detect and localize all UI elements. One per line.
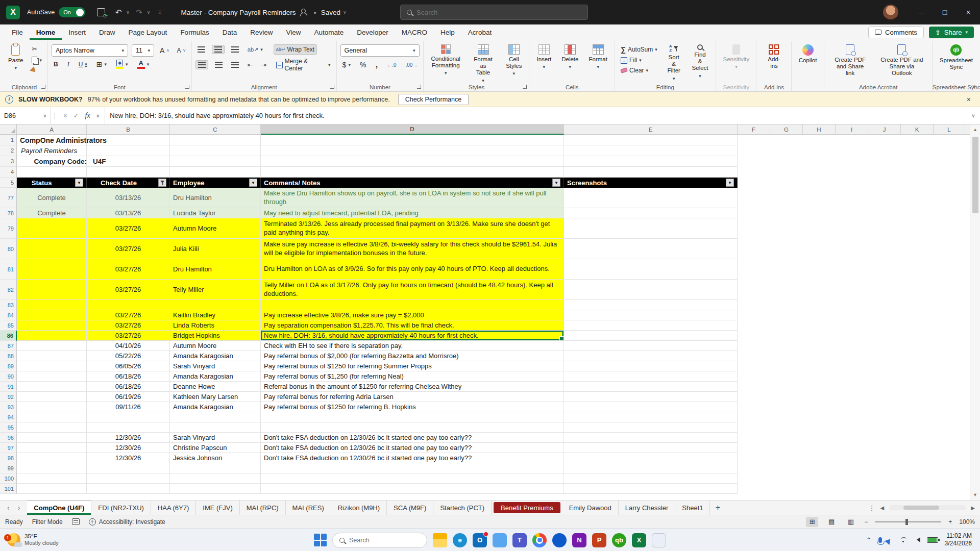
cell-screenshots[interactable] xyxy=(564,463,738,473)
cell-status[interactable] xyxy=(17,422,87,433)
sheet-tab-sheet1[interactable]: Sheet1 xyxy=(675,500,710,515)
cell-employee[interactable]: Jessica Johnson xyxy=(170,453,261,463)
row-number[interactable]: 1 xyxy=(0,135,17,145)
cell[interactable] xyxy=(17,167,87,178)
maximize-button[interactable]: □ xyxy=(933,0,957,24)
format-as-table-button[interactable]: Format as Table▾ xyxy=(467,42,499,85)
normal-view-button[interactable]: ⊞ xyxy=(806,517,818,527)
cell-screenshots[interactable] xyxy=(564,341,738,351)
row-number[interactable]: 92 xyxy=(0,392,17,402)
decrease-font-button[interactable]: A˅ xyxy=(175,46,188,55)
row-number[interactable]: 100 xyxy=(0,473,17,484)
horizontal-scrollbar[interactable] xyxy=(889,505,966,510)
ribbon-tab-page-layout[interactable]: Page Layout xyxy=(122,24,174,40)
cell-check-date[interactable]: 12/30/26 xyxy=(87,453,170,463)
share-people-icon[interactable] xyxy=(300,9,309,16)
row-number[interactable]: 93 xyxy=(0,402,17,412)
cell-screenshots[interactable] xyxy=(564,473,738,484)
row-number[interactable]: 83 xyxy=(0,300,17,310)
number-format-combo[interactable]: General▾ xyxy=(340,44,420,57)
cell-check-date[interactable]: 03/27/26 xyxy=(87,259,170,280)
ribbon-tab-review[interactable]: Review xyxy=(243,24,279,40)
vertical-scrollbar[interactable]: ▲ ▼ xyxy=(970,124,980,500)
cell-check-date[interactable]: 12/30/26 xyxy=(87,443,170,453)
header-cell-check-date[interactable]: Check Date xyxy=(87,178,170,188)
cell-screenshots[interactable] xyxy=(564,320,738,331)
cell-note[interactable]: Pay referral bonus of $1250 for referrin… xyxy=(261,361,564,371)
filter-button[interactable]: ▼ xyxy=(75,179,83,187)
cell-note[interactable] xyxy=(261,422,564,433)
cell-note[interactable] xyxy=(261,463,564,473)
row-number[interactable]: 101 xyxy=(0,484,17,494)
row-number[interactable]: 81 xyxy=(0,259,17,280)
sheet-tab-sca-m9f-[interactable]: SCA (M9F) xyxy=(387,500,433,515)
taskbar-app-onenote-icon[interactable]: N xyxy=(572,533,586,547)
cell-note[interactable]: Don't take FSA deduction on 12/30/26 bc … xyxy=(261,433,564,443)
ribbon-tab-home[interactable]: Home xyxy=(30,24,62,40)
ribbon-tab-acrobat[interactable]: Acrobat xyxy=(461,24,499,40)
filter-button[interactable] xyxy=(158,179,166,187)
name-box-dropdown[interactable]: ∨ xyxy=(43,113,46,118)
cell-employee[interactable]: Dru Hamilton xyxy=(170,259,261,280)
cell-note[interactable]: Pay separation compensation $1,225.70. T… xyxy=(261,320,564,331)
cell-check-date[interactable]: 03/27/26 xyxy=(87,239,170,259)
cell-screenshots[interactable] xyxy=(564,484,738,494)
cut-button[interactable]: ✂ xyxy=(30,44,44,54)
column-header-F[interactable]: F xyxy=(738,124,770,135)
cell-status[interactable] xyxy=(17,453,87,463)
row-number[interactable]: 78 xyxy=(0,208,17,218)
cell[interactable] xyxy=(87,167,170,178)
cell-employee[interactable] xyxy=(170,300,261,310)
row-number[interactable]: 4 xyxy=(0,167,17,178)
cell[interactable] xyxy=(564,156,738,167)
font-dialog-launcher[interactable] xyxy=(185,85,189,89)
row-number[interactable]: 96 xyxy=(0,433,17,443)
cell-employee[interactable]: Bridget Hopkins xyxy=(170,331,261,341)
taskbar-app-messages-icon[interactable] xyxy=(552,533,567,547)
cell-screenshots[interactable] xyxy=(564,259,738,280)
cell[interactable] xyxy=(564,167,738,178)
formula-input[interactable]: New hire, DOH: 3/16, should have approxm… xyxy=(105,107,967,124)
cell-status[interactable] xyxy=(17,259,87,280)
row-number[interactable]: 88 xyxy=(0,351,17,361)
cell-status[interactable] xyxy=(17,218,87,239)
cell-employee[interactable]: Julia Kiili xyxy=(170,239,261,259)
weather-widget[interactable]: 1 35°F Mostly cloudy xyxy=(0,533,66,546)
cell-check-date[interactable] xyxy=(87,473,170,484)
page-break-view-button[interactable]: ▥ xyxy=(845,517,857,527)
font-size-combo[interactable]: 11▾ xyxy=(132,44,154,57)
taskbar-app-file-explorer-icon[interactable] xyxy=(433,533,447,547)
cell-check-date[interactable] xyxy=(87,412,170,422)
addins-button[interactable]: Add-ins xyxy=(761,42,787,71)
new-sheet-button[interactable]: + xyxy=(710,500,725,515)
cell[interactable] xyxy=(170,135,261,145)
cell-screenshots[interactable] xyxy=(564,422,738,433)
row-number[interactable]: 79 xyxy=(0,218,17,239)
row-number[interactable]: 99 xyxy=(0,463,17,473)
zoom-out-icon[interactable]: − xyxy=(864,518,868,525)
redo-button[interactable]: ↷ xyxy=(132,5,147,20)
cell[interactable] xyxy=(261,135,564,145)
cell-note[interactable] xyxy=(261,484,564,494)
cell-status[interactable] xyxy=(17,239,87,259)
sheet-nav-prev-icon[interactable]: ‹ xyxy=(7,504,10,512)
scroll-down-icon[interactable]: ▼ xyxy=(973,490,977,500)
horizontal-scroll-thumb[interactable] xyxy=(903,506,939,510)
cell-check-date[interactable]: 12/30/26 xyxy=(87,433,170,443)
cell-note[interactable]: Pay referral bonus for referring Adria L… xyxy=(261,392,564,402)
share-button[interactable]: ⇧ Share ▾ xyxy=(929,27,974,38)
cancel-entry-icon[interactable]: × xyxy=(63,112,67,119)
cell-employee[interactable]: Kaitlin Bradley xyxy=(170,310,261,320)
cell-check-date[interactable]: 03/13/26 xyxy=(87,188,170,208)
scroll-up-icon[interactable]: ▲ xyxy=(973,124,977,135)
sheet-tab-startech-pct-[interactable]: Startech (PCT) xyxy=(433,500,492,515)
cell-status[interactable]: Complete xyxy=(17,208,87,218)
cell-employee[interactable] xyxy=(170,412,261,422)
cell-employee[interactable]: Linda Roberts xyxy=(170,320,261,331)
redo-dropdown[interactable]: ∨ xyxy=(147,10,151,15)
sheet-tab-benefit-premiums[interactable]: Benefit Premiums xyxy=(494,502,560,513)
cell-check-date[interactable] xyxy=(87,484,170,494)
ribbon-tab-insert[interactable]: Insert xyxy=(62,24,92,40)
cell-check-date[interactable]: 09/11/26 xyxy=(87,402,170,412)
cell-screenshots[interactable] xyxy=(564,453,738,463)
